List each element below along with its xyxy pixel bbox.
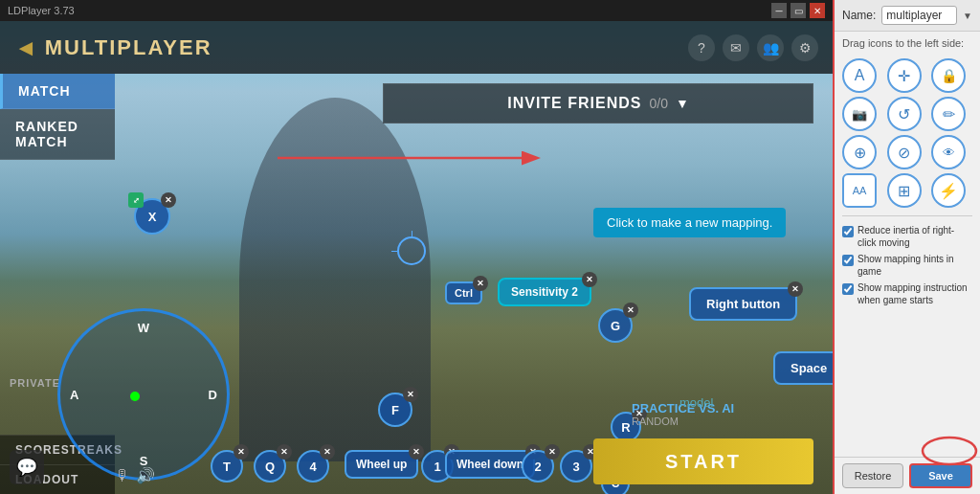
save-button[interactable]: Save xyxy=(909,463,972,488)
panel-divider xyxy=(842,215,972,216)
four-key-button[interactable]: 4 ✕ xyxy=(297,450,329,483)
minimize-button[interactable]: ─ xyxy=(771,3,787,18)
palette-icon-move[interactable]: ✛ xyxy=(887,58,922,93)
name-label: Name: xyxy=(842,9,876,22)
sensitivity-button[interactable]: Sensitivity 2 ✕ xyxy=(498,278,591,306)
checkbox-row-hints: Show mapping hints in game xyxy=(842,253,972,278)
back-arrow-icon: ◄ xyxy=(14,34,37,61)
two-key-close[interactable]: ✕ xyxy=(545,444,560,460)
g-key-button[interactable]: G ✕ xyxy=(598,308,633,343)
panel-checkboxes: Reduce inertia of right-click moving Sho… xyxy=(835,220,980,314)
ctrl-key-close[interactable]: ✕ xyxy=(473,276,488,291)
invite-dropdown-icon: ▼ xyxy=(676,96,689,111)
q-key-button[interactable]: Q ✕ xyxy=(254,450,286,483)
settings-icon[interactable]: ⚙ xyxy=(791,34,818,61)
name-dropdown-icon[interactable]: ▼ xyxy=(963,11,972,21)
restore-button[interactable]: ▭ xyxy=(791,3,806,18)
q-key-close[interactable]: ✕ xyxy=(277,444,292,460)
practice-sub: RANDOM xyxy=(632,415,734,427)
back-button[interactable]: ◄ MULTIPLAYER xyxy=(0,34,227,61)
f-key-close[interactable]: ✕ xyxy=(403,387,418,402)
checkbox-row-inertia: Reduce inertia of right-click moving xyxy=(842,224,972,249)
joystick-d-label: D xyxy=(209,388,217,402)
t-key-close[interactable]: ✕ xyxy=(234,444,249,460)
palette-icon-grid[interactable]: ⊞ xyxy=(887,173,922,208)
palette-icon-bolt[interactable]: ⚡ xyxy=(931,173,966,208)
name-value: multiplayer xyxy=(881,6,957,25)
three-key-button[interactable]: 3 ✕ xyxy=(560,450,592,483)
checkbox-row-instruction: Show mapping instruction when game start… xyxy=(842,281,972,306)
x-key-button[interactable]: X ✕ ⤢ xyxy=(134,198,170,235)
checkbox-inertia-label: Reduce inertia of right-click moving xyxy=(858,224,972,249)
icon-palette-grid: A ✛ 🔒 📷 ↺ ✏ ⊕ ⊘ 👁 AA ⊞ ⚡ xyxy=(835,55,980,212)
game-area: ◄ MULTIPLAYER ? ✉ 👥 ⚙ INVITE FRIENDS 0/0… xyxy=(0,21,833,494)
two-key-button[interactable]: 2 ✕ xyxy=(522,450,554,483)
help-icon[interactable]: ? xyxy=(688,34,715,61)
panel-action-buttons: Restore Save xyxy=(835,457,980,494)
checkbox-inertia[interactable] xyxy=(842,226,854,237)
checkbox-hints-label: Show mapping hints in game xyxy=(858,253,972,278)
invite-label: INVITE FRIENDS xyxy=(507,95,641,112)
joystick-a-label: A xyxy=(70,388,78,402)
drag-hint-label: Drag icons to the left side: xyxy=(835,32,980,55)
x-key-move-handle[interactable]: ⤢ xyxy=(128,192,144,208)
menu-item-ranked[interactable]: RANKED MATCH xyxy=(0,109,115,160)
close-button[interactable]: ✕ xyxy=(810,3,825,18)
four-key-close[interactable]: ✕ xyxy=(320,444,335,460)
invite-count: 0/0 xyxy=(649,96,667,111)
joystick-area[interactable]: W A D S xyxy=(57,308,230,481)
space-button[interactable]: Space ✕ xyxy=(773,351,833,385)
x-key-close[interactable]: ✕ xyxy=(161,192,176,208)
app-title: LDPlayer 3.73 xyxy=(8,5,75,16)
sens-key-close[interactable]: ✕ xyxy=(582,272,597,287)
palette-icon-cancel[interactable]: ⊘ xyxy=(887,135,922,169)
checkbox-instruction[interactable] xyxy=(842,283,854,295)
top-navigation-bar: ◄ MULTIPLAYER ? ✉ 👥 ⚙ xyxy=(0,21,833,74)
top-right-icons: ? ✉ 👥 ⚙ xyxy=(688,34,833,61)
palette-icon-repeat[interactable]: ↺ xyxy=(887,97,922,131)
mode-title: MULTIPLAYER xyxy=(45,35,212,60)
crosshair xyxy=(397,236,426,265)
new-mapping-hint[interactable]: Click to make a new mapping. xyxy=(593,208,786,237)
palette-icon-a[interactable]: A xyxy=(842,58,877,93)
start-button[interactable]: START xyxy=(593,438,813,484)
palette-icon-edit[interactable]: ✏ xyxy=(931,97,966,131)
microphone-icon[interactable]: 🎙 xyxy=(115,467,130,484)
chat-button[interactable]: 💬 xyxy=(10,450,44,484)
speaker-icon[interactable]: 🔊 xyxy=(136,466,155,484)
friends-icon[interactable]: 👥 xyxy=(757,34,784,61)
palette-icon-camera[interactable]: 📷 xyxy=(842,97,877,131)
right-button[interactable]: Right button ✕ xyxy=(689,287,797,321)
restore-button[interactable]: Restore xyxy=(842,463,903,488)
invite-friends-bar[interactable]: INVITE FRIENDS 0/0 ▼ xyxy=(383,83,813,124)
g-key-close[interactable]: ✕ xyxy=(623,303,638,318)
menu-item-match[interactable]: MATCH xyxy=(0,74,115,109)
left-menu: MATCH RANKED MATCH xyxy=(0,74,115,160)
title-bar: LDPlayer 3.73 ─ ▭ ✕ xyxy=(0,0,833,21)
right-panel: Name: multiplayer ▼ Drag icons to the le… xyxy=(833,0,980,494)
palette-icon-crosshair[interactable]: ⊕ xyxy=(842,135,877,169)
f-key-button[interactable]: F ✕ xyxy=(378,393,412,427)
private-label: PRIVATE xyxy=(10,377,60,389)
model-button[interactable]: model xyxy=(679,395,713,410)
joystick-w-label: W xyxy=(138,321,149,335)
palette-icon-lock[interactable]: 🔒 xyxy=(931,58,966,93)
palette-icon-eye[interactable]: 👁 xyxy=(931,135,966,169)
audio-controls: 🎙 🔊 xyxy=(115,466,155,484)
mail-icon[interactable]: ✉ xyxy=(723,34,749,61)
palette-icon-aa[interactable]: AA xyxy=(842,173,877,208)
joystick-position-dot xyxy=(130,392,140,401)
checkbox-hints[interactable] xyxy=(842,255,854,266)
ctrl-key-button[interactable]: Ctrl ✕ xyxy=(445,281,482,304)
wheel-up-button[interactable]: Wheel up ✕ xyxy=(345,450,418,479)
t-key-button[interactable]: T ✕ xyxy=(211,450,243,483)
panel-header: Name: multiplayer ▼ xyxy=(835,0,980,32)
checkbox-instruction-label: Show mapping instruction when game start… xyxy=(858,281,972,306)
title-bar-controls: ─ ▭ ✕ xyxy=(771,3,825,18)
red-arrow-indicator xyxy=(278,144,546,172)
